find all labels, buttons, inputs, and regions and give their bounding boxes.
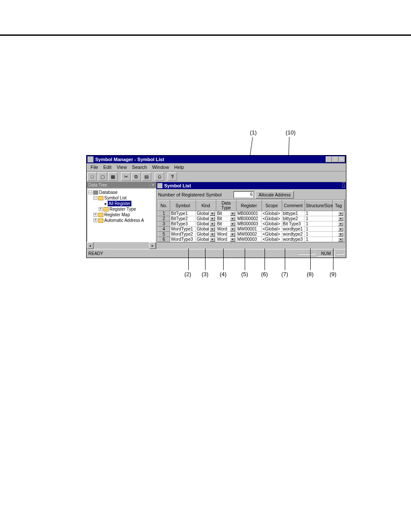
cell-dtype[interactable]: Word▾ <box>216 227 236 232</box>
chevron-down-icon[interactable]: ▾ <box>230 217 235 221</box>
tree[interactable]: −Database −Symbol List ▸All Register +Re… <box>87 188 156 242</box>
cell-register[interactable]: MB000001 <box>236 211 262 216</box>
expand-icon[interactable]: + <box>93 213 97 217</box>
child-minimize-button[interactable]: _ <box>342 178 345 183</box>
cell-tag[interactable]: ▾ <box>333 221 345 227</box>
tree-scrollbar[interactable]: ◂ ▸ <box>87 242 156 249</box>
cell-struct[interactable]: 1 <box>305 221 333 227</box>
cell-symbol[interactable]: WordType3 <box>170 237 196 242</box>
tree-node-auto-address[interactable]: Automatic Address A <box>104 218 144 223</box>
tree-node-register-type[interactable]: Register Type <box>109 206 136 212</box>
cell-comment[interactable]: wordtype3 <box>282 237 305 242</box>
cell-symbol[interactable]: BitType1 <box>170 211 196 216</box>
tree-node-all-register[interactable]: All Register <box>108 201 131 206</box>
cell-scope[interactable]: <Global> <box>262 237 282 242</box>
tool-new[interactable]: □ <box>87 172 97 181</box>
col-struct[interactable]: Structure/Size <box>305 200 333 211</box>
menu-edit[interactable]: Edit <box>101 164 114 170</box>
chevron-down-icon[interactable]: ▾ <box>210 227 215 231</box>
cell-tag[interactable]: ▾ <box>333 232 345 237</box>
col-symbol[interactable]: Symbol <box>170 200 196 211</box>
cell-no[interactable]: 2 <box>158 216 170 221</box>
cell-register[interactable]: MW00001 <box>236 227 262 232</box>
cell-no[interactable]: 4 <box>158 227 170 232</box>
tool-save[interactable]: ▦ <box>108 172 118 181</box>
cell-dtype[interactable]: Bit▾ <box>216 216 236 221</box>
chevron-down-icon[interactable]: ▾ <box>230 222 235 226</box>
expand-icon[interactable]: + <box>93 218 97 222</box>
tree-pin-icon[interactable]: - × <box>149 183 154 187</box>
cell-register[interactable]: MW00002 <box>236 232 262 237</box>
cell-tag[interactable]: ▾ <box>333 211 345 216</box>
chevron-down-icon[interactable]: ▾ <box>230 212 235 216</box>
cell-symbol[interactable]: BitType2 <box>170 216 196 221</box>
table-row[interactable]: 5WordType2Global▾Word▾MW00002<Global>wor… <box>158 232 345 237</box>
cell-no[interactable]: 6 <box>158 237 170 242</box>
expand-icon[interactable]: − <box>93 196 97 200</box>
table-row[interactable]: 1BitType1Global▾Bit▾MB000001<Global>bitt… <box>158 211 345 216</box>
chevron-down-icon[interactable]: ▾ <box>338 237 343 242</box>
cell-no[interactable]: 1 <box>158 211 170 216</box>
tool-help[interactable]: ? <box>168 172 177 181</box>
chevron-down-icon[interactable]: ▾ <box>338 227 343 231</box>
cell-kind[interactable]: Global▾ <box>196 221 216 227</box>
allocate-address-button[interactable]: Allocate Address <box>255 191 294 199</box>
cell-struct[interactable]: 1 <box>305 227 333 232</box>
chevron-down-icon[interactable]: ▾ <box>210 222 215 226</box>
col-kind[interactable]: Kind <box>196 200 216 211</box>
menu-search[interactable]: Search <box>130 164 149 170</box>
tree-node-register-map[interactable]: Register Map <box>104 212 130 218</box>
chevron-down-icon[interactable]: ▾ <box>210 237 215 242</box>
col-tag[interactable]: Tag <box>333 200 345 211</box>
chevron-down-icon[interactable]: ▾ <box>338 222 343 226</box>
menu-view[interactable]: View <box>115 164 129 170</box>
col-comment[interactable]: Comment <box>282 200 305 211</box>
cell-register[interactable]: MB000002 <box>236 216 262 221</box>
cell-scope[interactable]: <Global> <box>262 221 282 227</box>
cell-kind[interactable]: Global▾ <box>196 216 216 221</box>
col-scope[interactable]: Scope <box>262 200 282 211</box>
minimize-button[interactable]: _ <box>326 156 332 162</box>
cell-struct[interactable]: 1 <box>305 237 333 242</box>
cell-comment[interactable]: Bit Type3 <box>282 221 305 227</box>
cell-scope[interactable]: <Global> <box>262 227 282 232</box>
chevron-down-icon[interactable]: ▾ <box>338 232 343 236</box>
tool-open[interactable]: ▢ <box>98 172 107 181</box>
chevron-down-icon[interactable]: ▾ <box>230 232 235 236</box>
cell-no[interactable]: 5 <box>158 232 170 237</box>
table-row[interactable]: 2BitType2Global▾Bit▾MB000002<Global>bitt… <box>158 216 345 221</box>
cell-symbol[interactable]: BitType3 <box>170 221 196 227</box>
expand-icon[interactable]: + <box>99 207 103 211</box>
cell-dtype[interactable]: Bit▾ <box>216 211 236 216</box>
tool-print[interactable]: ⎙ <box>155 172 164 181</box>
chevron-down-icon[interactable]: ▾ <box>210 212 215 216</box>
cell-kind[interactable]: Global▾ <box>196 237 216 242</box>
cell-symbol[interactable]: WordType1 <box>170 227 196 232</box>
col-dtype[interactable]: Data Type <box>216 200 236 211</box>
tree-node-database[interactable]: Database <box>99 190 118 195</box>
tool-paste[interactable]: ▤ <box>142 172 151 181</box>
chevron-down-icon[interactable]: ▾ <box>338 212 343 216</box>
expand-icon[interactable]: − <box>88 190 92 194</box>
cell-struct[interactable]: 1 <box>305 216 333 221</box>
cell-no[interactable]: 3 <box>158 221 170 227</box>
table-row[interactable]: 4WordType1Global▾Word▾MW00001<Global>wor… <box>158 227 345 232</box>
close-button[interactable]: × <box>339 156 345 162</box>
cell-dtype[interactable]: Word▾ <box>216 237 236 242</box>
col-no[interactable]: No. <box>158 200 170 211</box>
cell-comment[interactable]: wordtype1 <box>282 227 305 232</box>
cell-struct[interactable]: 1 <box>305 232 333 237</box>
cell-dtype[interactable]: Word▾ <box>216 232 236 237</box>
cell-scope[interactable]: <Global> <box>262 232 282 237</box>
cell-tag[interactable]: ▾ <box>333 216 345 221</box>
col-register[interactable]: Register <box>236 200 262 211</box>
cell-register[interactable]: MW00003 <box>236 237 262 242</box>
tree-node-symbol-list[interactable]: Symbol List <box>104 195 127 201</box>
scroll-right-icon[interactable]: ▸ <box>149 242 156 249</box>
tool-cut[interactable]: ✂ <box>121 172 131 181</box>
cell-tag[interactable]: ▾ <box>333 227 345 232</box>
child-maximize-button[interactable]: □ <box>342 183 345 188</box>
menu-file[interactable]: File <box>88 164 100 170</box>
symbol-grid[interactable]: No. Symbol Kind Data Type Register Scope… <box>157 199 345 243</box>
cell-kind[interactable]: Global▾ <box>196 227 216 232</box>
